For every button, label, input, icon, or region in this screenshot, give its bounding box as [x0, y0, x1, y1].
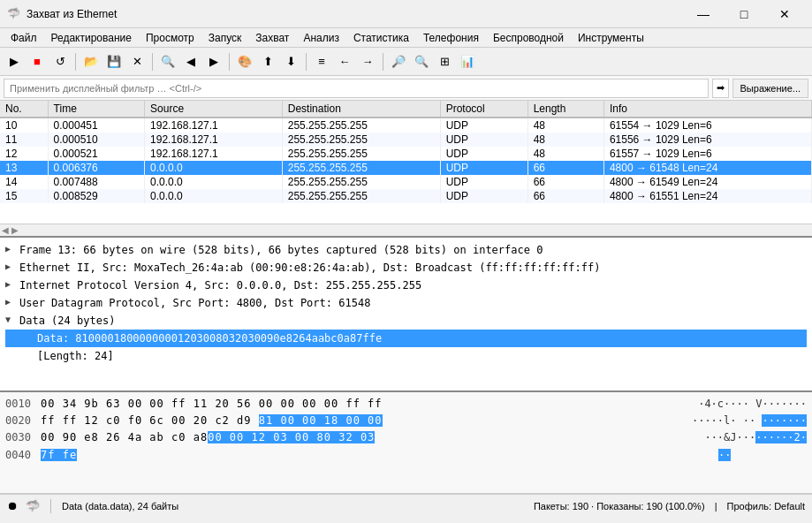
toolbar-close[interactable]: ✕ [126, 51, 148, 72]
detail-item-5[interactable]: Data: 81000018000000001203008032030090e8… [5, 330, 807, 347]
menu-item-3[interactable]: Запуск [201, 30, 249, 46]
cell-3-0: 13 [0, 161, 48, 175]
toolbar-zoom-reset[interactable]: ⊞ [434, 51, 455, 72]
filterbar: ➡ Выражение... [0, 76, 812, 101]
hex-row-1: 0020ff ff 12 c0 f0 6c 00 20 c2 d9 81 00 … [5, 413, 807, 429]
cell-5-0: 15 [0, 189, 48, 203]
menu-item-9[interactable]: Инструменты [571, 30, 651, 46]
menu-item-0[interactable]: Файл [4, 30, 44, 46]
menu-item-5[interactable]: Анализ [296, 30, 346, 46]
hex-ascii-normal-0: ·4·c···· V······· [698, 398, 807, 410]
toolbar-zoom-in[interactable]: 🔎 [388, 51, 409, 72]
expression-button[interactable]: Выражение... [732, 79, 808, 98]
detail-item-4[interactable]: ▼Data (24 bytes) [5, 312, 807, 330]
toolbar-down[interactable]: ⬇ [280, 51, 301, 72]
menu-item-6[interactable]: Статистика [346, 30, 416, 46]
hex-bytes-sel-3: 7f fe [41, 449, 77, 461]
table-row[interactable]: 100.000451192.168.127.1255.255.255.255UD… [0, 117, 812, 133]
hex-ascii-sel-1: ······· [762, 414, 807, 427]
hex-offset-3: 0040 [5, 447, 41, 464]
close-button[interactable]: ✕ [764, 0, 805, 28]
cell-5-5: 66 [527, 189, 603, 203]
hex-row-3: 00407f fe·· [5, 447, 807, 464]
cell-4-3: 255.255.255.255 [282, 175, 440, 189]
table-row[interactable]: 130.0063760.0.0.0255.255.255.255UDP66480… [0, 161, 812, 175]
menu-item-4[interactable]: Захват [248, 30, 296, 46]
toolbar-save[interactable]: 💾 [103, 51, 125, 72]
detail-text-4: Data (24 bytes) [19, 313, 115, 329]
hex-bytes-2: 00 90 e8 26 4a ab c0 a800 00 12 03 00 80… [41, 429, 687, 446]
detail-item-1[interactable]: ▶Ethernet II, Src: MoxaTech_26:4a:ab (00… [5, 259, 807, 277]
table-row[interactable]: 150.0085290.0.0.0255.255.255.255UDP66480… [0, 189, 812, 203]
filter-dropdown[interactable]: ➡ [712, 79, 729, 98]
menu-item-7[interactable]: Телефония [416, 30, 486, 46]
toolbar-restart[interactable]: ↺ [49, 51, 71, 72]
detail-item-0[interactable]: ▶Frame 13: 66 bytes on wire (528 bits), … [5, 241, 807, 259]
menu-item-2[interactable]: Просмотр [139, 30, 201, 46]
toolbar-sep2 [152, 53, 153, 71]
hex-row-0: 001000 34 9b 63 00 00 ff 11 20 56 00 00 … [5, 396, 807, 413]
status-record-icon[interactable]: ⏺ [7, 499, 19, 512]
cell-3-5: 66 [527, 161, 603, 175]
toolbar-sep4 [306, 53, 307, 71]
status-shark-icon[interactable]: 🦈 [26, 499, 40, 512]
toolbar-colorize[interactable]: 🎨 [234, 51, 255, 72]
cell-5-4: UDP [440, 189, 527, 203]
status-profile: Профиль: Default [727, 501, 805, 512]
hex-panel: 001000 34 9b 63 00 00 ff 11 20 56 00 00 … [0, 392, 812, 494]
titlebar: 🦈 Захват из Ethernet — □ ✕ [0, 0, 812, 28]
minimize-button[interactable]: — [683, 0, 724, 28]
toolbar-stats[interactable]: 📊 [457, 51, 478, 72]
cell-2-3: 255.255.255.255 [282, 147, 440, 161]
horizontal-scrollbar[interactable]: ◀ ▶ [0, 224, 812, 236]
hex-bytes-sel-2: 00 00 12 03 00 80 32 03 [208, 431, 375, 443]
cell-1-4: UDP [440, 133, 527, 147]
toolbar-stop[interactable]: ■ [27, 51, 48, 72]
toolbar-left[interactable]: ← [334, 51, 355, 72]
table-row[interactable]: 120.000521192.168.127.1255.255.255.255UD… [0, 147, 812, 161]
filter-input[interactable] [4, 79, 709, 98]
cell-2-4: UDP [440, 147, 527, 161]
hex-ascii-0: ·4·c···· V······· [680, 396, 807, 413]
detail-item-3[interactable]: ▶User Datagram Protocol, Src Port: 4800,… [5, 294, 807, 312]
cell-4-2: 0.0.0.0 [145, 175, 283, 189]
detail-text-1: Ethernet II, Src: MoxaTech_26:4a:ab (00:… [19, 260, 600, 276]
maximize-button[interactable]: □ [724, 0, 764, 28]
cell-0-2: 192.168.127.1 [145, 117, 283, 133]
detail-item-2[interactable]: ▶Internet Protocol Version 4, Src: 0.0.0… [5, 277, 807, 294]
col-header-destination: Destination [282, 101, 440, 117]
toolbar-start[interactable]: ▶ [4, 51, 25, 72]
toolbar-sep1 [75, 53, 76, 71]
toolbar-find[interactable]: 🔍 [157, 51, 178, 72]
packet-list-scroll[interactable]: No. Time Source Destination Protocol Len… [0, 101, 812, 224]
cell-0-4: UDP [440, 117, 527, 133]
toolbar-forward[interactable]: ▶ [203, 51, 224, 72]
table-header-row: No. Time Source Destination Protocol Len… [0, 101, 812, 117]
cell-3-3: 255.255.255.255 [282, 161, 440, 175]
cell-4-5: 66 [527, 175, 603, 189]
cell-5-3: 255.255.255.255 [282, 189, 440, 203]
cell-0-3: 255.255.255.255 [282, 117, 440, 133]
hex-bytes-1: ff ff 12 c0 f0 6c 00 20 c2 d9 81 00 00 1… [41, 413, 674, 429]
toolbar-up[interactable]: ⬆ [257, 51, 278, 72]
cell-4-4: UDP [440, 175, 527, 189]
cell-3-1: 0.006376 [48, 161, 144, 175]
hex-ascii-2: ···&J·········2· [687, 429, 807, 446]
table-row[interactable]: 140.0074880.0.0.0255.255.255.255UDP66480… [0, 175, 812, 189]
cell-1-3: 255.255.255.255 [282, 133, 440, 147]
table-row[interactable]: 110.000510192.168.127.1255.255.255.255UD… [0, 133, 812, 147]
cell-3-4: UDP [440, 161, 527, 175]
toolbar-layout[interactable]: ≡ [311, 51, 332, 72]
status-packets: Пакеты: 190 · Показаны: 190 (100.0%) [534, 501, 705, 512]
toolbar-zoom-out[interactable]: 🔍 [411, 51, 432, 72]
toolbar-open[interactable]: 📂 [80, 51, 102, 72]
cell-1-6: 61556 → 1029 Len=6 [603, 133, 811, 147]
toolbar-back[interactable]: ◀ [180, 51, 201, 72]
col-header-length: Length [527, 101, 603, 117]
detail-arrow-2: ▶ [5, 277, 16, 291]
menu-item-8[interactable]: Беспроводной [486, 30, 571, 46]
hex-bytes-sel-1: 81 00 00 18 00 00 [259, 414, 383, 427]
detail-item-6[interactable]: [Length: 24] [5, 347, 807, 365]
menu-item-1[interactable]: Редактирование [44, 30, 139, 46]
toolbar-right[interactable]: → [357, 51, 378, 72]
